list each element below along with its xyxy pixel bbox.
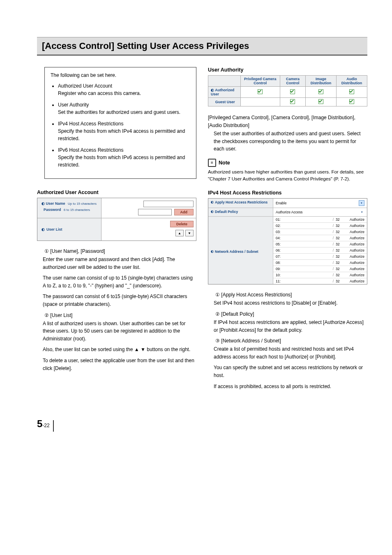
intro-item-body: Set the authorities for authorized users… bbox=[58, 109, 190, 116]
auth-checkbox[interactable] bbox=[290, 89, 295, 94]
ipv4-list-row: 01:/32Authorize bbox=[273, 217, 367, 222]
ipv4-row-num: 05: bbox=[276, 242, 285, 246]
ipv4-item3-head: ③ [Network Address / Subnet] bbox=[215, 337, 367, 345]
ipv4-row-num: 11: bbox=[276, 279, 285, 283]
auth-row-name: Guest User bbox=[215, 100, 235, 104]
item2-head: ② [User List] bbox=[44, 312, 196, 319]
ipv4-row-slash: / bbox=[331, 242, 336, 246]
ipv4-row-action: Authorize bbox=[344, 267, 364, 271]
info-icon: ◐ bbox=[211, 200, 214, 204]
username-hint: Up to 15 characters bbox=[68, 202, 97, 206]
ipv4-row-action: Authorize bbox=[344, 248, 364, 252]
ipv4-row-action: Authorize bbox=[344, 224, 364, 228]
info-icon: ◐ bbox=[42, 201, 45, 206]
intro-item-head: IPv6 Host Access Restrictions bbox=[58, 146, 190, 154]
ipv4-list-row: 07:/32Authorize bbox=[273, 253, 367, 259]
ipv4-row-slash: / bbox=[331, 236, 336, 240]
dropdown-icon[interactable]: ▾ bbox=[360, 210, 364, 215]
lock-icon: ◐ bbox=[211, 88, 214, 92]
ipv4-row-num: 08: bbox=[276, 261, 285, 265]
sort-up-button[interactable]: ▲ bbox=[175, 230, 184, 236]
ipv4-row-num: 03: bbox=[276, 230, 285, 234]
ipv4-list-row: 10:/32Authorize bbox=[273, 272, 367, 278]
intro-item-head: Authorized User Account bbox=[58, 82, 190, 90]
user-account-figure: ◐ User Name Up to 15 characters Password… bbox=[37, 198, 196, 241]
ipv4-item2-head: ② [Default Policy] bbox=[215, 310, 367, 318]
item1-body: The password can consist of 6 to15 (sing… bbox=[37, 293, 196, 308]
intro-item-body: Specify the hosts from which IPv6 access… bbox=[58, 154, 190, 169]
ipv4-item1-body: Set IPv4 host access restrictions to [Di… bbox=[208, 299, 367, 307]
ipv4-netaddr-label: Network Address / Subnet bbox=[215, 250, 258, 254]
username-input[interactable] bbox=[143, 201, 194, 207]
auth-checkbox[interactable] bbox=[258, 89, 263, 94]
ipv4-list-row: 09:/32Authorize bbox=[273, 266, 367, 272]
ipv4-item1-head: ① [Apply Host Access Restrictions] bbox=[215, 291, 367, 298]
ipv4-row-slash: / bbox=[331, 254, 336, 259]
ipv4-row-num: 09: bbox=[276, 267, 285, 271]
authorized-user-heading: Authorized User Account bbox=[37, 190, 196, 195]
ipv4-list-row: 02:/32Authorize bbox=[273, 222, 367, 229]
ipv4-row-action: Authorize bbox=[344, 254, 364, 259]
ipv4-row-mask: 32 bbox=[336, 224, 344, 228]
auth-col-head: Privileged Camera Control bbox=[240, 76, 280, 87]
dropdown-icon[interactable]: ▾ bbox=[359, 200, 364, 206]
auth-checkbox[interactable] bbox=[290, 99, 295, 104]
item1-head: ① [User Name], [Password] bbox=[44, 247, 196, 255]
ipv4-row-action: Authorize bbox=[344, 230, 364, 234]
intro-item-body: Specify the hosts from which IPv4 access… bbox=[58, 127, 190, 142]
auth-checkbox[interactable] bbox=[349, 89, 354, 94]
add-button[interactable]: Add bbox=[174, 209, 194, 215]
ipv4-item3-body: You can specify the subnet and set acces… bbox=[208, 364, 367, 379]
ipv4-row-num: 06: bbox=[276, 248, 285, 252]
ipv4-row-mask: 32 bbox=[336, 254, 344, 259]
ipv4-heading: IPv4 Host Access Restrictions bbox=[208, 190, 367, 196]
ipv4-row-slash: / bbox=[331, 261, 336, 265]
user-authority-table: Privileged Camera Control Camera Control… bbox=[208, 75, 367, 106]
item2-body: A list of authorized users is shown. Use… bbox=[37, 320, 196, 343]
sort-down-button[interactable]: ▼ bbox=[185, 230, 194, 236]
ipv4-row-mask: 32 bbox=[336, 217, 344, 222]
user-authority-heading: User Authority bbox=[208, 67, 367, 73]
ipv4-row-mask: 32 bbox=[336, 248, 344, 252]
ipv4-row-mask: 32 bbox=[336, 273, 344, 277]
ipv4-list-row: 05:/32Authorize bbox=[273, 241, 367, 247]
info-icon: ◐ bbox=[211, 210, 214, 213]
auth-checkbox[interactable] bbox=[318, 89, 323, 94]
intro-box: The following can be set here. Authorize… bbox=[44, 67, 196, 179]
note-label: Note bbox=[219, 160, 230, 166]
item1-body: Enter the user name and password and the… bbox=[37, 256, 196, 271]
ua-body: Set the user authorities of authorized u… bbox=[208, 130, 367, 153]
ipv4-row-action: Authorize bbox=[344, 273, 364, 277]
ipv4-list-row: 03:/32Authorize bbox=[273, 229, 367, 235]
auth-col-head: Camera Control bbox=[280, 76, 306, 87]
item1-body: The user name can consist of up to 15 (s… bbox=[37, 274, 196, 289]
info-icon: ◐ bbox=[211, 250, 214, 253]
ipv4-apply-label: Apply Host Access Restrictions bbox=[215, 200, 267, 204]
auth-row-name: Authorized User bbox=[211, 88, 234, 96]
auth-checkbox[interactable] bbox=[318, 99, 323, 104]
password-input[interactable] bbox=[138, 209, 172, 215]
ipv4-row-slash: / bbox=[331, 279, 336, 283]
ipv4-apply-value: Enable bbox=[276, 201, 286, 205]
ipv4-figure: ◐Apply Host Access Restrictions Enable▾ … bbox=[208, 198, 367, 284]
ipv4-row-slash: / bbox=[331, 224, 336, 228]
delete-button[interactable]: Delete bbox=[170, 221, 194, 227]
ipv4-list-row: 08:/32Authorize bbox=[273, 259, 367, 266]
password-label: Password bbox=[44, 208, 61, 212]
auth-col-head: Audio Distribution bbox=[337, 76, 367, 87]
intro-item-head: IPv4 Host Access Restrictions bbox=[58, 120, 190, 127]
ipv4-row-mask: 32 bbox=[336, 242, 344, 246]
note-icon: ≡ bbox=[208, 159, 216, 167]
ua-subhead: [Privileged Camera Control], [Camera Con… bbox=[208, 114, 367, 129]
ipv4-row-action: Authorize bbox=[344, 236, 364, 240]
ipv4-row-num: 10: bbox=[276, 273, 285, 277]
user-list-label: User List bbox=[46, 227, 62, 231]
ipv4-row-mask: 32 bbox=[336, 261, 344, 265]
intro-lead: The following can be set here. bbox=[51, 72, 190, 79]
ipv4-list-row: 04:/32Authorize bbox=[273, 235, 367, 241]
ipv4-row-slash: / bbox=[331, 248, 336, 252]
auth-checkbox[interactable] bbox=[349, 99, 354, 104]
note-body: Authorized users have higher authorities… bbox=[208, 169, 367, 183]
ipv4-row-action: Authorize bbox=[344, 217, 364, 222]
section-title-bar: [Access Control] Setting User Access Pri… bbox=[37, 37, 367, 56]
